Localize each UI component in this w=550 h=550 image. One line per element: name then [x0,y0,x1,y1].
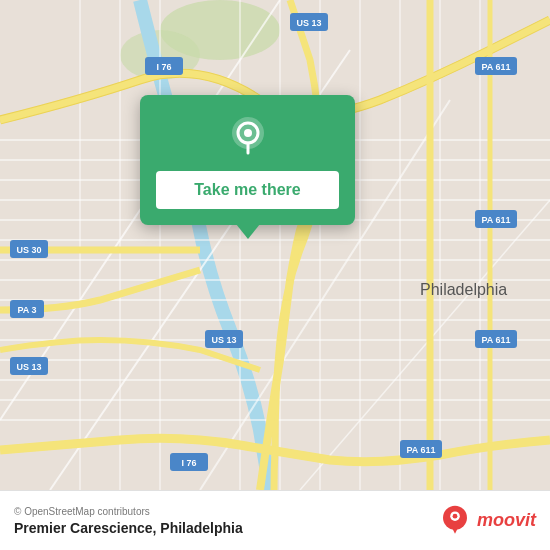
svg-text:I 76: I 76 [181,458,196,468]
take-me-there-button[interactable]: Take me there [156,171,339,209]
svg-text:PA 611: PA 611 [481,335,510,345]
bottom-bar: © OpenStreetMap contributors Premier Car… [0,490,550,550]
attribution-text: © OpenStreetMap contributors [14,506,243,517]
svg-text:PA 611: PA 611 [481,62,510,72]
svg-text:US 13: US 13 [16,362,41,372]
svg-text:US 30: US 30 [16,245,41,255]
svg-text:PA 611: PA 611 [406,445,435,455]
place-name-label: Premier Carescience, Philadelphia [14,520,243,536]
bottom-left-info: © OpenStreetMap contributors Premier Car… [14,506,243,536]
svg-text:US 13: US 13 [296,18,321,28]
svg-text:Philadelphia: Philadelphia [420,281,507,298]
moovit-icon [439,505,471,537]
map-container: I 76 US 13 PA 611 PA 611 PA 611 PA 611 U… [0,0,550,490]
moovit-logo: moovit [439,505,536,537]
popup-card: Take me there [140,95,355,225]
svg-text:US 13: US 13 [211,335,236,345]
moovit-text-label: moovit [477,510,536,531]
svg-text:PA 611: PA 611 [481,215,510,225]
svg-text:PA 3: PA 3 [17,305,36,315]
svg-point-65 [453,513,458,518]
svg-point-60 [244,129,252,137]
location-pin-icon [226,115,270,159]
svg-text:I 76: I 76 [156,62,171,72]
